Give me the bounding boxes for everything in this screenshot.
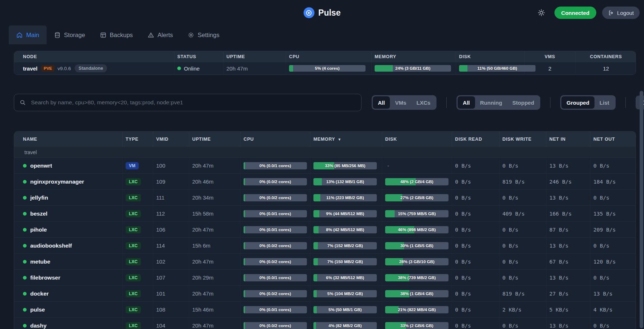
guest-column-header-vmid[interactable]: VMID [153, 132, 189, 147]
guest-name-cell: pihole [14, 222, 123, 237]
node-table-header: NODESTATUSUPTIMECPUMEMORYDISKVMSCONTAINE… [14, 51, 636, 62]
guest-row-filebrowser[interactable]: filebrowserLXC10720h 29m0% (0.0/1 cores)… [14, 270, 636, 286]
logout-button[interactable]: Logout [602, 7, 640, 19]
tab-backups[interactable]: Backups [92, 25, 140, 44]
tab-main[interactable]: Main [9, 25, 47, 44]
guest-row-metube[interactable]: metubeLXC10220h 47m0% (0.0/2 cores)7% (1… [14, 254, 636, 270]
node-cpu-bar: 5% (4 cores) [289, 65, 366, 72]
state-filter: AllRunningStopped [457, 95, 540, 110]
guest-disk-write: 0 B/s [499, 318, 546, 329]
guest-name-cell: audiobookshelf [14, 238, 123, 253]
tab-settings[interactable]: Settings [180, 25, 227, 44]
guest-cpu-bar: 0% (0.0/2 cores) [241, 286, 311, 301]
guest-disk-read: 0 B/s [452, 158, 499, 173]
filter-option-list[interactable]: List [594, 96, 615, 109]
theme-toggle-button[interactable] [534, 6, 549, 19]
warning-triangle-icon [147, 32, 154, 39]
guest-vmid: 111 [153, 190, 189, 205]
guest-disk-bar: 48% (2 GB/4 GB) [382, 174, 452, 189]
node-name-cell: travel PVE v9.0.6 Standalone [14, 62, 174, 75]
filter-option-lxcs[interactable]: LXCs [411, 96, 435, 109]
guest-column-header-net-out[interactable]: NET OUT [590, 132, 636, 147]
online-status-dot [177, 67, 181, 70]
running-status-dot [23, 180, 27, 184]
node-column-header: STATUS [174, 51, 224, 62]
guest-uptime: 20h 34m [189, 190, 241, 205]
guest-row-openwrt[interactable]: openwrtVM10020h 47m0% (0.0/1 cores)33% (… [14, 158, 636, 174]
guest-type-cell: LXC [123, 270, 153, 285]
guest-type-cell: LXC [123, 222, 153, 237]
guest-cpu-bar: 0% (0.0/2 cores) [241, 174, 311, 189]
guest-column-header-disk-write[interactable]: DISK WRITE [499, 132, 546, 147]
guest-disk-bar: 28% (3 GB/10 GB) [382, 254, 452, 269]
node-row[interactable]: travel PVE v9.0.6 Standalone Online 20h … [14, 62, 636, 75]
node-memory-cell: 24% (3 GB/11 GB) [372, 62, 456, 75]
guest-disk-bar: 33% (2 GB/6 GB) [382, 318, 452, 329]
guest-memory-bar: 13% (132 MB/1 GB) [311, 174, 382, 189]
app-brand: Pulse [303, 7, 340, 18]
guest-row-dashy[interactable]: dashyLXC10420h 47m0% (0.0/2 cores)4% (82… [14, 318, 636, 329]
guest-column-header-name[interactable]: NAME [14, 132, 123, 147]
guest-cpu-bar: 0% (0.0/1 cores) [241, 158, 311, 173]
database-icon [54, 32, 61, 39]
guest-cpu-bar: 0% (0.0/2 cores) [241, 318, 311, 329]
guest-type-cell: LXC [123, 302, 153, 317]
guest-column-header-memory[interactable]: MEMORY▼ [311, 132, 382, 147]
guest-column-header-uptime[interactable]: UPTIME [189, 132, 241, 147]
filter-option-running[interactable]: Running [475, 96, 507, 109]
running-status-dot [23, 228, 27, 232]
guest-disk-bar: 46% (898 MB/2 GB) [382, 222, 452, 237]
guest-row-docker[interactable]: dockerLXC10120h 47m0% (0.0/2 cores)5% (1… [14, 286, 636, 302]
guest-row-jellyfin[interactable]: jellyfinLXC11120h 34m0% (0.0/2 cores)11%… [14, 190, 636, 206]
guest-net-in: 13 B/s [546, 270, 590, 285]
guest-net-in: 27 B/s [546, 286, 590, 301]
guest-cpu-bar: 0% (0.0/1 cores) [241, 270, 311, 285]
guest-memory-bar: 9% (44 MB/512 MB) [311, 206, 382, 221]
type-badge: LXC [126, 274, 141, 281]
tab-storage[interactable]: Storage [47, 25, 92, 44]
filter-option-stopped[interactable]: Stopped [507, 96, 539, 109]
guest-disk-read: 0 B/s [452, 206, 499, 221]
type-filter: AllVMsLXCs [372, 95, 436, 110]
guest-cpu-bar: 0% (0.0/1 cores) [241, 222, 311, 237]
search-input[interactable] [14, 94, 361, 111]
guest-column-header-type[interactable]: TYPE [123, 132, 153, 147]
pulse-logo-icon [303, 7, 314, 18]
guest-net-in: 13 B/s [546, 318, 590, 329]
guest-row-pulse[interactable]: pulseLXC10815h 46m0% (0.0/1 cores)5% (50… [14, 302, 636, 318]
guest-disk-bar: 15% (759 MB/5 GB) [382, 206, 452, 221]
guest-disk-read: 0 B/s [452, 302, 499, 317]
guest-cpu-bar: 0% (0.0/2 cores) [241, 238, 311, 253]
type-badge: LXC [126, 306, 141, 313]
guest-column-header-disk[interactable]: DISK [382, 132, 452, 147]
guest-net-out: 184 B/s [590, 174, 636, 189]
guest-row-pihole[interactable]: piholeLXC10620h 47m0% (0.0/1 cores)8% (4… [14, 222, 636, 238]
guest-row-nginxproxymanager[interactable]: nginxproxymanagerLXC10920h 46m0% (0.0/2 … [14, 174, 636, 190]
guest-row-audiobookshelf[interactable]: audiobookshelfLXC11415h 6m0% (0.0/2 core… [14, 238, 636, 254]
standalone-badge: Standalone [75, 64, 107, 72]
connection-status-badge: Connected [554, 7, 597, 19]
running-status-dot [23, 276, 27, 280]
tab-alerts[interactable]: Alerts [140, 25, 180, 44]
guest-column-header-cpu[interactable]: CPU [241, 132, 311, 147]
node-uptime: 20h 47m [224, 62, 286, 75]
filter-option-all[interactable]: All [373, 96, 390, 109]
search-wrap [14, 94, 361, 111]
guest-column-header-net-in[interactable]: NET IN [546, 132, 590, 147]
guest-disk-bar: - [382, 158, 452, 173]
guest-type-cell: LXC [123, 286, 153, 301]
filter-option-grouped[interactable]: Grouped [561, 96, 594, 109]
filter-option-all[interactable]: All [458, 96, 475, 109]
guest-name-cell: beszel [14, 206, 123, 221]
page-scrollbar-thumb[interactable] [640, 91, 643, 328]
node-column-header: CPU [286, 51, 372, 62]
guest-disk-read: 0 B/s [452, 286, 499, 301]
filter-toolbar: AllVMsLXCs AllRunningStopped GroupedList… [14, 94, 636, 111]
filter-option-vms[interactable]: VMs [390, 96, 411, 109]
guest-name-cell: filebrowser [14, 270, 123, 285]
guest-row-beszel[interactable]: beszelLXC11215h 58m0% (0.0/1 cores)9% (4… [14, 206, 636, 222]
running-status-dot [23, 164, 27, 168]
guest-net-out: 0 B/s [590, 238, 636, 253]
guest-column-header-disk-read[interactable]: DISK READ [452, 132, 499, 147]
guest-disk-read: 0 B/s [452, 318, 499, 329]
